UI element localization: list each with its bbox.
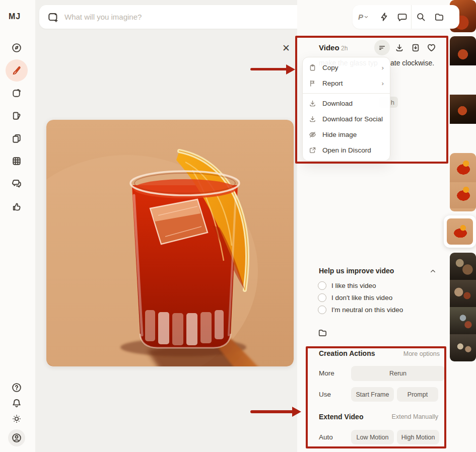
thumbnail-selected-image [447, 218, 473, 245]
context-menu: Copy › Report › Download Download for So… [302, 57, 390, 161]
menu-divider [303, 93, 390, 94]
folders-button[interactable] [430, 12, 448, 22]
radio-like-label: I like this video [331, 282, 376, 289]
thumbs-up-icon [12, 201, 22, 211]
prompt-fragment: ate clockwise. [390, 59, 434, 67]
thumbnail[interactable] [450, 36, 476, 65]
high-motion-button[interactable]: High Motion [397, 430, 439, 444]
add-image-icon[interactable] [47, 12, 58, 23]
chat-button[interactable] [393, 12, 411, 22]
swatches-icon [12, 111, 22, 121]
thumbnail[interactable] [450, 95, 476, 124]
save-to-folder-button[interactable] [411, 43, 420, 52]
row-label-auto: Auto [319, 433, 333, 441]
creation-actions-title: Creation Actions [319, 349, 375, 357]
sidebar-item-personalize[interactable] [8, 107, 25, 124]
fast-mode-button[interactable] [375, 12, 393, 22]
thumbnail-group-video-frames [450, 36, 476, 153]
toolbar: P [353, 5, 459, 29]
thumbnail[interactable] [450, 334, 476, 361]
sidebar-item-archive[interactable] [8, 153, 25, 170]
row-label-use: Use [319, 391, 331, 398]
mj-logo[interactable]: MJ [9, 12, 21, 21]
search-icon [416, 12, 426, 22]
radio-dislike-label: I don't like this video [331, 294, 392, 302]
panel-age: 2h [341, 45, 348, 52]
thumbnail[interactable] [450, 280, 476, 307]
imagine-placeholder: What will you imagine? [64, 13, 329, 21]
panel-title: Video [319, 43, 339, 52]
more-options-link[interactable]: More options [400, 350, 440, 357]
download-button[interactable] [395, 43, 404, 52]
menu-item-hide-image[interactable]: Hide image [303, 127, 390, 142]
menu-item-download-social[interactable]: Download for Social [303, 111, 390, 127]
thumbnail[interactable] [450, 182, 476, 211]
main-image[interactable] [46, 120, 294, 366]
row-label-more: More [319, 369, 334, 377]
folder-icon [434, 12, 444, 22]
collapse-button[interactable] [429, 267, 437, 275]
rerun-button[interactable]: Rerun [351, 366, 445, 381]
download-icon [395, 43, 404, 52]
close-button[interactable]: ✕ [280, 42, 292, 54]
thumbnail-selected[interactable] [444, 215, 476, 248]
sidebar-item-rank[interactable] [8, 198, 25, 215]
prompt-button[interactable]: Prompt [397, 387, 438, 402]
sidebar: MJ [0, 0, 36, 452]
sidebar-item-theme[interactable] [8, 410, 25, 427]
sidebar-item-help[interactable] [8, 379, 25, 396]
like-button[interactable] [427, 43, 436, 52]
account-avatar[interactable] [8, 429, 25, 446]
menu-item-copy[interactable]: Copy › [303, 60, 390, 76]
menu-item-download[interactable]: Download [303, 96, 390, 111]
lightning-icon [379, 12, 389, 22]
eye-off-icon [309, 131, 316, 138]
bell-icon [12, 398, 22, 408]
menu-lines-icon [378, 43, 386, 52]
sun-icon [12, 414, 22, 424]
paintbrush-icon [11, 65, 22, 76]
extend-video-title: Extend Video [319, 413, 363, 421]
chevron-up-icon [429, 267, 437, 275]
search-button[interactable] [412, 12, 430, 22]
download-icon [309, 100, 316, 107]
download-icon [309, 115, 316, 123]
clipboard-icon [309, 64, 316, 71]
sidebar-item-organize[interactable] [8, 130, 25, 147]
more-menu-button[interactable] [374, 40, 390, 55]
file-download-icon [411, 43, 420, 52]
thumbnail-group-paintings [450, 253, 476, 361]
grid-icon [12, 156, 22, 166]
extend-manually-link[interactable]: Extend Manually [390, 413, 438, 420]
sidebar-item-updates[interactable] [8, 395, 25, 412]
compass-icon [12, 43, 22, 53]
sidebar-item-edit[interactable] [8, 85, 25, 102]
person-circle-icon [12, 433, 22, 443]
thumbnail[interactable] [450, 153, 476, 182]
radio-dislike[interactable] [318, 293, 326, 302]
thumbnail[interactable] [450, 307, 476, 334]
thumbnail[interactable] [450, 124, 476, 153]
thumbnail[interactable] [450, 65, 476, 95]
menu-item-report[interactable]: Report › [303, 76, 390, 91]
feedback-title: Help us improve video [319, 267, 394, 275]
folder-button[interactable] [318, 328, 327, 337]
plan-selector[interactable]: P [353, 13, 375, 21]
radio-like[interactable] [318, 281, 326, 290]
thumbnail[interactable] [450, 253, 476, 280]
heart-icon [427, 43, 436, 52]
help-icon [12, 383, 22, 393]
thumbnail-group-bright [450, 153, 476, 211]
menu-item-open-discord[interactable]: Open in Discord [303, 142, 390, 158]
plan-letter: P [358, 13, 363, 21]
copies-icon [12, 133, 22, 143]
sidebar-item-explore[interactable] [8, 39, 25, 56]
start-frame-button[interactable]: Start Frame [351, 387, 394, 402]
sidebar-item-create[interactable] [6, 59, 28, 82]
external-link-icon [309, 146, 316, 154]
submenu-chevron-icon: › [382, 64, 384, 71]
folder-icon [318, 328, 327, 337]
radio-neutral[interactable] [318, 306, 326, 314]
sidebar-item-chat[interactable] [8, 175, 25, 192]
low-motion-button[interactable]: Low Motion [351, 430, 394, 444]
